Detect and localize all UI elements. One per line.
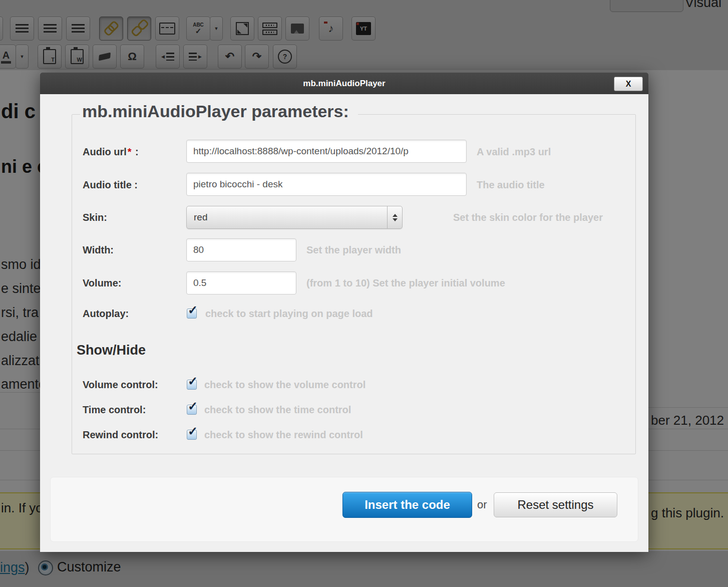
showhide-section-heading: Show/Hide [77, 343, 146, 358]
miniaudioplayer-dialog: mb.miniAudioPlayer X mb.miniAudioPlayer … [40, 73, 648, 552]
autoplay-checkbox[interactable]: ✓ [187, 309, 197, 319]
time-control-checkbox[interactable]: ✓ [187, 405, 197, 415]
rewind-control-checkbox[interactable]: ✓ [187, 430, 197, 440]
screen: ABC✓▼♪YTA▼TWΩ◀▶↶↷? Visual di c ni e c sm… [0, 0, 728, 587]
audio-title-input[interactable] [186, 173, 467, 196]
audio-url-hint: A valid .mp3 url [477, 146, 551, 158]
volume-control-label: Volume control: [83, 379, 158, 391]
volume-hint: (from 1 to 10) Set the player initial vo… [306, 277, 505, 289]
checkmark-icon: ✓ [188, 374, 198, 388]
reset-settings-button[interactable]: Reset settings [494, 492, 617, 517]
volume-input[interactable] [186, 271, 296, 295]
or-text: or [477, 498, 487, 511]
skin-hint: Set the skin color for the player [453, 212, 603, 223]
volume-label: Volume: [83, 277, 121, 289]
skin-selected-value: red [194, 212, 207, 222]
skin-label: Skin: [83, 212, 107, 223]
autoplay-label: Autoplay: [83, 308, 129, 320]
checkmark-icon: ✓ [188, 303, 198, 317]
rewind-control-hint: check to show the rewind control [204, 429, 363, 441]
audio-title-label: Audio title : [83, 179, 138, 191]
volume-control-checkbox[interactable]: ✓ [187, 380, 197, 390]
select-arrows-icon [387, 206, 402, 228]
width-input[interactable] [186, 238, 296, 261]
close-button[interactable]: X [614, 77, 643, 91]
audio-url-label: Audio url* : [83, 146, 139, 158]
rewind-control-label: Rewind control: [83, 429, 158, 441]
checkmark-icon: ✓ [188, 399, 198, 413]
width-label: Width: [83, 244, 114, 256]
width-hint: Set the player width [306, 244, 401, 256]
dialog-heading: mb.miniAudioPlayer parameters: [80, 102, 358, 121]
dialog-titlebar: mb.miniAudioPlayer X [40, 73, 648, 94]
time-control-hint: check to show the time control [204, 404, 351, 416]
dialog-footer-panel: Insert the code or Reset settings [50, 477, 638, 542]
insert-code-button[interactable]: Insert the code [342, 492, 472, 518]
time-control-label: Time control: [83, 404, 146, 416]
audio-title-hint: The audio title [477, 179, 545, 191]
checkmark-icon: ✓ [188, 424, 198, 438]
required-asterisk: * [127, 146, 133, 157]
autoplay-hint: check to start playing on page load [205, 308, 373, 320]
skin-select[interactable]: red [186, 206, 403, 229]
dialog-title: mb.miniAudioPlayer [40, 73, 648, 94]
volume-control-hint: check to show the volume control [204, 379, 366, 391]
audio-url-input[interactable] [186, 140, 467, 163]
